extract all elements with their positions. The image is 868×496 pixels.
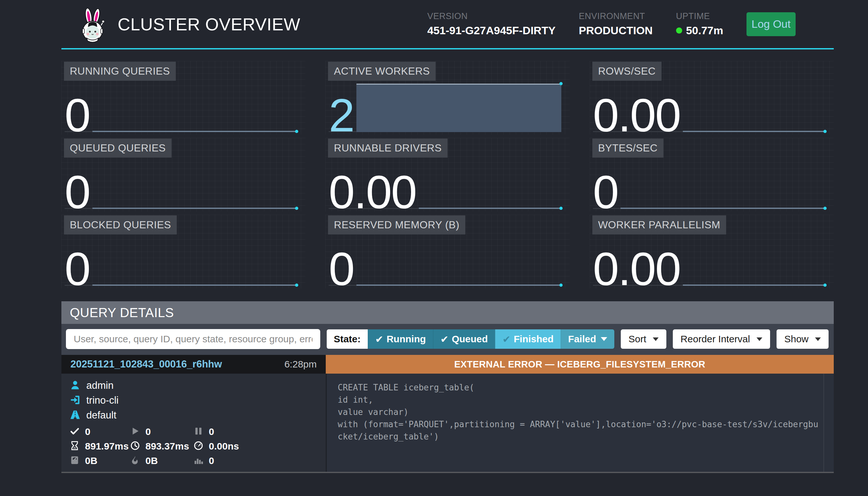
sparkline-line bbox=[620, 208, 825, 209]
search-input[interactable] bbox=[66, 329, 320, 349]
stat-tile-label: ACTIVE WORKERS bbox=[328, 62, 436, 81]
stat-tile-queued-queries: QUEUED QUERIES 0 bbox=[61, 138, 305, 212]
page-title: CLUSTER OVERVIEW bbox=[118, 14, 300, 34]
chevron-down-icon bbox=[815, 338, 821, 341]
stat-tile-blocked-queries: BLOCKED QUERIES 0 bbox=[61, 215, 305, 288]
sparkline-dot bbox=[823, 207, 827, 210]
sparkline-area bbox=[357, 84, 561, 132]
sparkline-chart bbox=[683, 81, 825, 132]
stat-tile-value: 0 bbox=[329, 252, 357, 286]
version-label: VERSION bbox=[427, 11, 555, 21]
sparkline-dot bbox=[295, 207, 298, 210]
sparkline-line bbox=[357, 284, 561, 286]
sparkline-line bbox=[683, 284, 825, 286]
query-stats-grid: 0 0 0 891.97ms 893.37ms bbox=[70, 426, 317, 467]
sparkline-dot bbox=[295, 130, 298, 133]
stat-tile-label: WORKER PARALLELISM bbox=[592, 215, 726, 234]
uptime-value: 50.77m bbox=[676, 24, 723, 37]
stat-tile-value: 2 bbox=[329, 98, 357, 132]
query-stat-flame: 0B bbox=[130, 455, 194, 467]
sparkline-chart bbox=[92, 81, 297, 132]
stat-tile-label: RUNNABLE DRIVERS bbox=[328, 139, 447, 158]
show-dropdown-button[interactable]: Show bbox=[777, 329, 828, 349]
query-stat-scale: 0B bbox=[70, 455, 130, 467]
stat-tile-rows-sec: ROWS/SEC 0.00 bbox=[590, 61, 834, 135]
play-icon bbox=[130, 426, 140, 437]
header: CLUSTER OVERVIEW VERSION 451-91-G27A945F… bbox=[61, 0, 834, 49]
sparkline-line bbox=[92, 208, 297, 209]
stat-tile-label: QUEUED QUERIES bbox=[64, 139, 171, 158]
filter-queued[interactable]: ✔ Queued bbox=[433, 329, 495, 349]
environment-block: ENVIRONMENT PRODUCTION bbox=[579, 11, 653, 37]
sparkline-chart bbox=[357, 235, 561, 286]
stat-tile-label: ROWS/SEC bbox=[592, 62, 661, 81]
sparkline-dot bbox=[559, 283, 563, 287]
stat-tile-active-workers: ACTIVE WORKERS 2 bbox=[326, 61, 569, 135]
sparkline-dot bbox=[295, 283, 298, 287]
query-details-title: QUERY DETAILS bbox=[61, 301, 834, 324]
sparkline-line bbox=[419, 208, 561, 209]
sort-dropdown-button[interactable]: Sort bbox=[621, 329, 667, 349]
sparkline-dot bbox=[559, 82, 563, 85]
uptime-label: UPTIME bbox=[676, 11, 723, 21]
query-attribute-admin: admin bbox=[70, 378, 317, 393]
check-icon bbox=[70, 426, 79, 437]
sparkline-chart bbox=[620, 158, 825, 209]
filter-finished[interactable]: ✔ Finished bbox=[495, 329, 561, 349]
sparkline-chart bbox=[92, 158, 297, 209]
version-value: 451-91-G27A945F-DIRTY bbox=[427, 24, 555, 37]
stat-tile-reserved-memory-b: RESERVED MEMORY (B) 0 bbox=[326, 215, 569, 288]
environment-label: ENVIRONMENT bbox=[579, 11, 653, 21]
stat-tile-running-queries: RUNNING QUERIES 0 bbox=[61, 61, 305, 135]
uptime-block: UPTIME 50.77m bbox=[676, 11, 723, 37]
check-icon: ✔ bbox=[503, 334, 511, 345]
sparkline-chart bbox=[683, 235, 825, 286]
query-stat-hourglass: 891.97ms bbox=[70, 440, 130, 452]
query-sql-panel: CREATE TABLE iceberg_table( id int, valu… bbox=[326, 374, 834, 472]
clock-icon bbox=[130, 441, 140, 452]
sparkline-dot bbox=[823, 130, 827, 133]
chevron-down-icon bbox=[653, 338, 659, 341]
sparkline-chart bbox=[419, 158, 561, 209]
bar-chart-icon bbox=[194, 455, 203, 466]
sparkline-line bbox=[683, 131, 825, 132]
query-header-row: 20251121_102843_00016_r6hhw 6:28pm EXTER… bbox=[61, 355, 834, 374]
stat-tile-label: RUNNING QUERIES bbox=[64, 62, 176, 81]
stat-tile-label: BLOCKED QUERIES bbox=[64, 215, 177, 234]
query-card: 20251121_102843_00016_r6hhw 6:28pm EXTER… bbox=[61, 355, 834, 473]
query-stat-bar-chart: 0 bbox=[194, 455, 317, 467]
query-stat-pause: 0 bbox=[194, 426, 317, 437]
stat-tile-label: RESERVED MEMORY (B) bbox=[328, 215, 465, 234]
scale-icon bbox=[70, 455, 79, 466]
reorder-interval-dropdown-button[interactable]: Reorder Interval bbox=[673, 329, 770, 349]
sparkline-chart bbox=[92, 235, 297, 286]
query-id-link[interactable]: 20251121_102843_00016_r6hhw bbox=[71, 358, 222, 370]
check-icon: ✔ bbox=[375, 334, 383, 345]
query-body-row: admin trino-cli default 0 0 bbox=[61, 374, 834, 473]
query-sql-text: CREATE TABLE iceberg_table( id int, valu… bbox=[338, 381, 823, 443]
query-error-banner: EXTERNAL ERROR — ICEBERG_FILESYSTEM_ERRO… bbox=[326, 355, 834, 374]
stat-tile-runnable-drivers: RUNNABLE DRIVERS 0.00 bbox=[326, 138, 569, 212]
query-details-toolbar: State: ✔ Running ✔ Queued ✔ Finished bbox=[61, 324, 834, 355]
sign-in-icon bbox=[70, 394, 80, 406]
sparkline-dot bbox=[823, 283, 827, 287]
filter-failed[interactable]: Failed bbox=[561, 329, 614, 349]
stat-tile-value: 0.00 bbox=[593, 98, 683, 132]
stat-tile-value: 0.00 bbox=[593, 252, 683, 286]
stat-tile-worker-parallelism: WORKER PARALLELISM 0.00 bbox=[590, 215, 834, 288]
chevron-down-icon bbox=[757, 338, 762, 341]
filter-running[interactable]: ✔ Running bbox=[368, 329, 433, 349]
cluster-stats-grid: RUNNING QUERIES 0 ACTIVE WORKERS 2 ROWS/… bbox=[61, 61, 834, 288]
version-block: VERSION 451-91-G27A945F-DIRTY bbox=[427, 11, 555, 37]
sparkline-dot bbox=[559, 207, 563, 210]
query-stat-gauge: 0.00ns bbox=[194, 440, 317, 452]
sparkline-chart bbox=[357, 81, 561, 132]
stat-tile-value: 0 bbox=[65, 98, 92, 132]
check-icon: ✔ bbox=[440, 334, 449, 345]
logout-button[interactable]: Log Out bbox=[747, 12, 796, 36]
stat-tile-bytes-sec: BYTES/SEC 0 bbox=[590, 138, 834, 212]
flame-icon bbox=[130, 455, 140, 466]
query-attribute-trino-cli: trino-cli bbox=[70, 393, 317, 408]
query-stat-play: 0 bbox=[130, 426, 194, 437]
query-time: 6:28pm bbox=[284, 359, 317, 370]
